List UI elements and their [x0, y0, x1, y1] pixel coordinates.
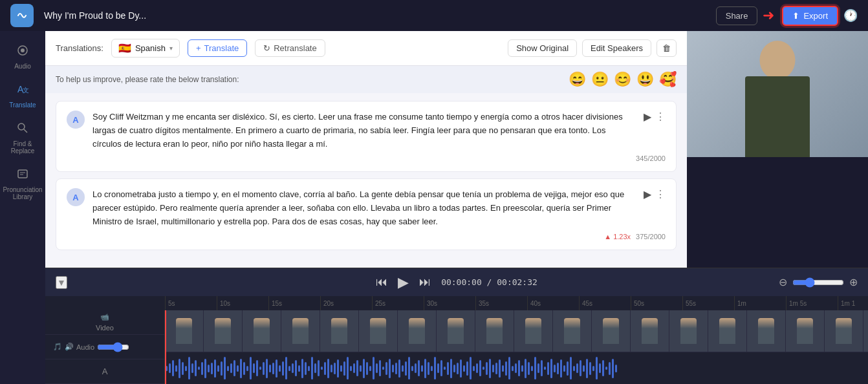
waveform-bar [246, 366, 248, 371]
waveform-bar [191, 363, 193, 373]
sidebar-item-pronunciation[interactable]: Pronunciation Library [0, 162, 45, 206]
waveform-bar [470, 357, 472, 379]
skip-forward-button[interactable]: ⏭ [419, 275, 431, 289]
volume-slider[interactable] [97, 342, 129, 352]
timeline-controls: ▼ ⏮ ▶ ⏭ 00:00:00 / 00:02:32 ⊖ ⊕ [45, 268, 868, 296]
waveform-bar [366, 362, 368, 375]
translate-button[interactable]: + Translate [188, 39, 247, 57]
waveform-bar [547, 362, 549, 375]
play-icon-2[interactable]: ▶ [644, 188, 651, 200]
export-button[interactable]: ⬆ Export [782, 6, 838, 26]
segment-1-text[interactable]: Soy Cliff Weitzman y me encanta ser disl… [92, 111, 636, 151]
history-button[interactable]: 🕐 [843, 8, 858, 23]
emoji-1[interactable]: 😄 [569, 71, 586, 88]
sidebar-item-find-replace[interactable]: Find & Replace [0, 116, 45, 160]
waveform-bar [389, 359, 391, 378]
segments-scroll: A Soy Cliff Weitzman y me encanta ser di… [45, 93, 687, 268]
play-button[interactable]: ▶ [398, 274, 409, 291]
collapse-button[interactable]: ▼ [56, 276, 67, 289]
translations-label: Translations: [56, 43, 103, 53]
share-button[interactable]: Share [716, 6, 758, 25]
video-frame [708, 310, 747, 352]
retranslate-button[interactable]: ↻ Retranslate [255, 39, 325, 57]
emoji-5[interactable]: 🥰 [659, 71, 677, 88]
tracks-body: 📹 Video 🎵 🔊 Audio A [45, 310, 868, 384]
waveform-bar [518, 360, 520, 376]
video-frames: (function(){ const container = document.… [165, 310, 868, 352]
ruler-mark-1: 10s [217, 296, 268, 310]
video-frame [553, 310, 592, 352]
more-icon-1[interactable]: ⋮ [655, 111, 666, 123]
video-frame [863, 310, 868, 352]
tracks-content: (function(){ const container = document.… [165, 310, 868, 384]
waveform-bar [557, 363, 559, 374]
delete-button[interactable]: 🗑 [656, 39, 677, 57]
waveform-bar [363, 359, 365, 378]
waveform-bar [376, 363, 378, 373]
waveform-bar [424, 359, 426, 378]
emoji-2[interactable]: 😐 [591, 71, 609, 88]
more-icon-2[interactable]: ⋮ [655, 188, 666, 200]
waveform-bar [560, 359, 562, 378]
waveform-bar [405, 361, 407, 376]
waveform-bar [350, 366, 352, 371]
total-time: 00:02:32 [497, 277, 537, 287]
segment-1-header: A Soy Cliff Weitzman y me encanta ser di… [67, 111, 666, 151]
waveform-bar [201, 362, 203, 375]
video-frame [631, 310, 669, 352]
waveform-bar [473, 366, 475, 371]
ruler-mark-10: 55s [682, 296, 734, 310]
waveform-bar [347, 357, 349, 379]
audio-mute-icon[interactable]: 🔊 [65, 343, 74, 351]
language-name: Spanish [135, 43, 166, 53]
edit-speakers-button[interactable]: Edit Speakers [582, 39, 651, 57]
audio-label: Audio [76, 343, 94, 351]
video-frame [204, 310, 243, 352]
waveform-bar [457, 363, 459, 374]
emoji-3[interactable]: 😊 [614, 71, 631, 88]
zoom-in-button[interactable]: ⊕ [849, 276, 858, 288]
waveform-bar [214, 359, 216, 378]
svg-point-4 [18, 123, 25, 130]
language-selector[interactable]: 🇪🇸 Spanish ▾ [111, 39, 180, 58]
waveform-bar [188, 357, 190, 379]
segment-2-footer: ▲ 1.23x 375/2000 [67, 233, 666, 240]
zoom-out-button[interactable]: ⊖ [779, 276, 787, 288]
waveform-bar [408, 357, 410, 379]
rating-emojis: 😄 😐 😊 😃 🥰 [569, 71, 677, 88]
waveform-bar [521, 365, 523, 372]
sidebar-item-translate[interactable]: A文 Translate [0, 78, 45, 114]
emoji-4[interactable]: 😃 [636, 71, 654, 88]
waveform-bar [495, 363, 497, 374]
waveform-bar [499, 359, 501, 378]
play-icon-1[interactable]: ▶ [644, 111, 651, 123]
skip-back-button[interactable]: ⏮ [376, 275, 387, 289]
waveform-bar [602, 360, 604, 376]
video-label: Video [96, 324, 114, 332]
waveform-bar [288, 366, 290, 371]
waveform-bar [573, 366, 575, 371]
video-frame [437, 310, 475, 352]
waveform-bar [373, 357, 374, 379]
waveform-bar [379, 360, 381, 376]
zoom-slider[interactable] [792, 277, 844, 288]
sidebar-item-audio[interactable]: Audio [0, 39, 45, 75]
waveform-bar [324, 362, 326, 375]
waveform-bar [340, 365, 342, 372]
waveform-bar [570, 357, 572, 379]
waveform-bar [444, 367, 446, 370]
playhead [165, 310, 166, 384]
content-area: Translations: 🇪🇸 Spanish ▾ + Translate ↻… [45, 31, 868, 384]
ruler-mark-5: 30s [424, 296, 475, 310]
waveform-bar [505, 361, 507, 376]
waveform-bar [253, 363, 255, 373]
time-display: 00:00:00 / 00:02:32 [441, 277, 537, 287]
sidebar: Audio A文 Translate Find & Replace Pronun… [0, 31, 45, 384]
waveform-bar [402, 365, 404, 372]
speaker-avatar-2: A [67, 188, 85, 206]
waveform-bar [609, 362, 611, 375]
segment-2-text[interactable]: Lo cronometraba justo a tiempo y, en el … [92, 188, 636, 228]
sidebar-item-pronunciation-label: Pronunciation Library [3, 186, 43, 200]
waveform-bar [544, 367, 546, 370]
show-original-button[interactable]: Show Original [508, 39, 577, 57]
